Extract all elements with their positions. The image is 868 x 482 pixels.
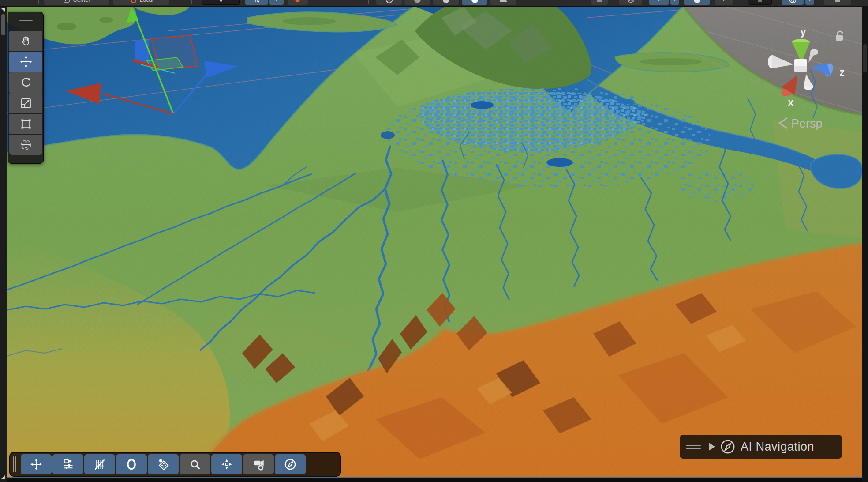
unity-editor-window: Center Local ▾ [0, 0, 868, 482]
layout-button[interactable] [824, 0, 851, 5]
layout-icon [835, 0, 840, 2]
scene-lighting-icon [443, 0, 449, 3]
scroll-down-arrow-icon[interactable] [1, 475, 5, 479]
right-scrollbar[interactable] [862, 6, 868, 482]
scene-view[interactable]: y z x Persp [7, 6, 863, 482]
chevron-down-icon: ▾ [275, 0, 278, 3]
scene-search-field[interactable] [748, 0, 772, 5]
terrain-render[interactable]: y z x Persp [7, 6, 863, 482]
orientation-axis-icon [129, 0, 137, 3]
camera-view-dropdown[interactable]: ▾ [670, 0, 679, 5]
overlays-dropdown[interactable]: ▾ [805, 0, 814, 5]
center-handle-icon [221, 458, 233, 471]
orientation-toggle-button[interactable]: Local [113, 0, 169, 5]
overlay-toolbar-handle[interactable] [13, 456, 20, 472]
toolbar-separator [191, 0, 192, 4]
main-toolbar: Center Local ▾ [0, 0, 868, 7]
grid-plane-icon [627, 0, 634, 3]
sliders-icon [62, 458, 74, 471]
compass-icon [284, 458, 296, 471]
scroll-up-arrow-icon[interactable] [1, 8, 5, 12]
scale-icon [20, 97, 32, 109]
snap-increment-button[interactable] [288, 0, 308, 5]
pan-view-button[interactable] [21, 454, 52, 474]
hidden-objects-icon [597, 0, 602, 2]
scale-tool-button[interactable] [9, 93, 42, 113]
toolbar-field[interactable] [202, 0, 240, 5]
scene-visibility-button[interactable] [148, 454, 179, 474]
navigation-button[interactable] [275, 454, 306, 474]
scene-audio-button[interactable] [462, 0, 487, 5]
rotate-tool-button[interactable] [9, 72, 42, 93]
left-scrollbar[interactable] [0, 6, 7, 482]
axis-z-label: z [839, 67, 845, 78]
axis-x-label: x [788, 97, 794, 108]
grid-visibility-button[interactable] [84, 454, 115, 474]
cameras-button[interactable] [243, 454, 274, 474]
tools-overlay-handle[interactable] [8, 12, 43, 31]
chevron-down-icon: ▾ [722, 0, 725, 3]
expand-triangle-icon[interactable] [709, 443, 715, 451]
hidden-objects-button[interactable] [591, 0, 608, 5]
scene-toggle-icon [414, 0, 421, 3]
effects-button[interactable] [490, 0, 516, 5]
search-button[interactable] [180, 454, 210, 474]
chevron-down-icon: ▾ [673, 0, 676, 3]
rect-tool-button[interactable] [9, 114, 42, 134]
grid-snapping-button[interactable] [245, 0, 268, 5]
grid-toggle-button[interactable] [619, 0, 642, 5]
move-icon [20, 56, 32, 68]
scene-lighting-button[interactable] [116, 454, 147, 474]
scene-bottom-edge [7, 478, 863, 482]
grid-slash-icon [94, 458, 106, 471]
orientation-label: Local [139, 0, 153, 3]
scene-audio-icon [471, 0, 478, 3]
rect-icon [20, 118, 32, 130]
pivot-icon [63, 0, 70, 3]
move-tool-button[interactable] [9, 52, 42, 72]
magnet-snap-icon [294, 0, 302, 4]
pivot-label: Center [73, 0, 90, 3]
view-options-button[interactable] [52, 454, 83, 474]
scene-lighting-button[interactable] [433, 0, 459, 5]
center-tools-button[interactable] [211, 454, 242, 474]
toolbar-separator [819, 0, 819, 4]
projection-label: Persp [791, 117, 823, 130]
hand-icon [20, 35, 32, 47]
camera-view-button[interactable]: ▾ [649, 0, 669, 5]
draw-mode-button[interactable] [376, 0, 402, 5]
compass-icon [720, 439, 735, 454]
rotate-icon [20, 76, 32, 89]
drag-handle-icon [686, 448, 701, 449]
ai-navigation-label: AI Navigation [741, 440, 814, 454]
search-icon [758, 0, 762, 2]
toolbar-separator [37, 0, 37, 4]
grid-snap-icon [253, 0, 261, 4]
camera-icon [252, 458, 265, 471]
drag-handle-icon [15, 456, 16, 472]
overlays-globe-button[interactable] [782, 0, 804, 5]
pan-arrows-icon [30, 458, 42, 471]
search-icon [189, 458, 201, 471]
view-hand-tool-button[interactable] [9, 31, 42, 51]
gizmos-toggle-button[interactable] [684, 0, 710, 5]
pivot-toggle-button[interactable]: Center [44, 0, 109, 5]
gizmos-icon [694, 0, 700, 3]
field-caret [220, 0, 222, 2]
grid-snapping-dropdown[interactable]: ▾ [269, 0, 284, 5]
scrollbar-thumb[interactable] [1, 14, 5, 35]
chevron-down-icon: ▾ [658, 0, 660, 3]
globe-icon [789, 0, 797, 4]
scene-2d-button[interactable] [404, 0, 430, 5]
drag-handle-icon [13, 456, 14, 472]
transform-icon [20, 139, 32, 151]
lighting-orb-icon [125, 458, 138, 471]
chevron-down-icon: ▾ [808, 0, 811, 3]
gizmos-dropdown-button[interactable]: ▾ [715, 0, 733, 5]
shaded-view-icon [385, 0, 393, 4]
ai-navigation-overlay[interactable]: AI Navigation [680, 435, 842, 459]
drag-handle-icon [686, 445, 701, 446]
overlay-drag-handle[interactable] [686, 445, 701, 449]
transform-tool-button[interactable] [9, 135, 42, 155]
scrollbar-thumb[interactable] [863, 44, 867, 72]
